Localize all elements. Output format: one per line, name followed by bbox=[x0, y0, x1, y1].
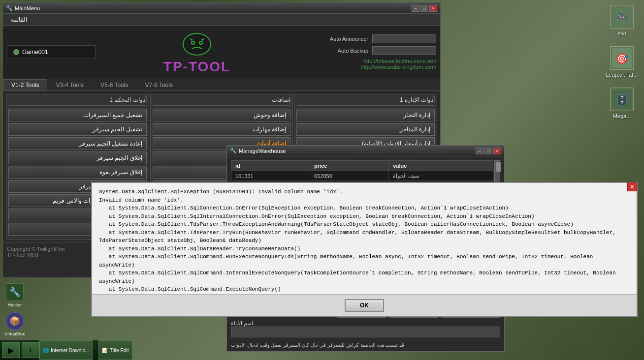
panel-additions-title: إضافات bbox=[153, 96, 291, 106]
error-content: System.Data.SqlClient.SqlException (0x80… bbox=[92, 183, 637, 294]
hacker-icon-item[interactable]: 🔧 Hacker bbox=[4, 283, 26, 307]
menu-item-list[interactable]: القائمة bbox=[7, 15, 31, 24]
game-label: Game001 bbox=[22, 49, 48, 56]
link1[interactable]: http://tofavas.techno-zone.net/ bbox=[298, 58, 436, 64]
title-edit-icon: 📝 bbox=[102, 348, 108, 353]
minimize-button[interactable]: − bbox=[412, 5, 419, 12]
tool-name-input[interactable] bbox=[231, 327, 500, 337]
tool-name-label: اسم الأداة bbox=[231, 320, 253, 326]
internet-label: Internet Downlo... bbox=[51, 348, 89, 353]
manage-maximize-button[interactable]: □ bbox=[484, 148, 492, 154]
close-button[interactable]: × bbox=[429, 5, 437, 12]
mega-icon: 🗄️ bbox=[610, 88, 634, 111]
svg-point-12 bbox=[206, 36, 207, 37]
svg-text:🗄️: 🗄️ bbox=[616, 94, 628, 106]
error-close-button[interactable]: × bbox=[627, 182, 637, 191]
virtualbox-icon-item[interactable]: 📦 VirtualBox bbox=[4, 312, 26, 336]
left-side-icons: 🔧 Hacker 📦 VirtualBox bbox=[0, 279, 30, 340]
error-stack-trace: at System.Data.SqlClient.SqlConnection.O… bbox=[99, 204, 630, 294]
svg-point-11 bbox=[187, 36, 188, 37]
logo-area: TP-TOOL bbox=[96, 30, 298, 75]
tab-v34[interactable]: V3-4 Tools bbox=[47, 79, 92, 90]
tab-v78[interactable]: V7-8 Tools bbox=[136, 79, 181, 90]
taskbar-btn-1click[interactable]: 1 bbox=[22, 342, 39, 358]
copyright-text: Copyright © TwilightPrin bbox=[7, 246, 64, 252]
svg-point-14 bbox=[206, 51, 207, 52]
hacker-label: Hacker bbox=[8, 302, 22, 307]
col-price: price bbox=[310, 161, 389, 171]
table-row[interactable]: 101331 652050 سيف الجواة bbox=[231, 171, 493, 181]
maximize-button[interactable]: □ bbox=[420, 5, 428, 12]
link2[interactable]: http://www.arabs-kingdom.com/ bbox=[298, 64, 436, 70]
btn-start-all-servers[interactable]: تشغيل جميع السيرفرات bbox=[8, 109, 147, 121]
game-selector[interactable]: Game001 bbox=[7, 45, 96, 59]
desktop-icons-area: 🎮 eso 🎯 Leap.of.Fat... 🗄️ Mega... bbox=[605, 5, 639, 119]
desktop-icon-mega[interactable]: 🗄️ Mega... bbox=[605, 88, 639, 119]
backup-row: Auto Backup bbox=[298, 46, 436, 55]
main-window-title: 🔧 MainMenu bbox=[6, 5, 40, 11]
btn-start-game-server[interactable]: تشغيل الجيم سيرفر bbox=[8, 123, 147, 136]
main-window-titlebar: 🔧 MainMenu − □ × bbox=[3, 3, 440, 14]
manage-title-text: 🔧 ManageWarehouse bbox=[230, 148, 286, 154]
manage-titlebar: 🔧 ManageWarehouse − □ × bbox=[227, 146, 504, 156]
right-panel: Auto Announcer Auto Backup http://tofava… bbox=[298, 34, 436, 70]
title-edit-label: Title Edit bbox=[110, 348, 129, 353]
tab-v56[interactable]: V5-6 Tools bbox=[92, 79, 136, 90]
btn-restart-game-server[interactable]: إعادة تشغيل الجيم سيرفر bbox=[8, 137, 147, 150]
auto-backup-label: Auto Backup bbox=[338, 48, 368, 54]
hacker-icon: 🔧 bbox=[6, 283, 24, 301]
cell-id: 101331 bbox=[231, 171, 310, 181]
cell-value: سيف الجواة bbox=[389, 171, 493, 181]
svg-text:🎮: 🎮 bbox=[616, 11, 628, 23]
version-text: TP-Tool V8.0 bbox=[7, 252, 38, 258]
eso-label: eso bbox=[617, 30, 626, 36]
leap-icon: 🎯 bbox=[610, 46, 634, 70]
btn-force-close-server[interactable]: إغلاق سيرفر بقوة bbox=[8, 166, 147, 179]
col-id: id bbox=[231, 161, 310, 171]
taskbar-btn-internet[interactable]: 🌐 Internet Downlo... bbox=[39, 340, 93, 360]
virtualbox-label: VirtualBox bbox=[5, 331, 25, 336]
window-icon: 🔧 bbox=[6, 5, 13, 11]
manage-window-controls: − □ × bbox=[476, 148, 501, 154]
ok-button[interactable]: OK bbox=[345, 299, 384, 312]
eso-icon: 🎮 bbox=[610, 5, 634, 29]
taskbar-btn-title-edit[interactable]: 📝 Title Edit bbox=[98, 340, 132, 360]
auto-announcer-label: Auto Announcer bbox=[330, 36, 368, 42]
click-icon: 1 bbox=[29, 347, 32, 354]
mega-label: Mega... bbox=[613, 113, 631, 119]
data-table: id price value 101331 652050 سيف الجواة bbox=[231, 160, 493, 181]
manage-minimize-button[interactable]: − bbox=[476, 148, 483, 154]
menu-bar: القائمة bbox=[3, 14, 440, 26]
btn-add-monsters[interactable]: إضافة وحوش bbox=[153, 109, 291, 121]
tool-name-row: اسم الأداة bbox=[231, 320, 500, 339]
tab-v12[interactable]: V1-2 Tools bbox=[3, 79, 47, 90]
auto-backup-input[interactable] bbox=[372, 46, 436, 55]
internet-icon: 🌐 bbox=[43, 348, 49, 353]
game-radio[interactable] bbox=[13, 49, 19, 55]
svg-point-9 bbox=[192, 42, 194, 44]
error-message-line1: System.Data.SqlClient.SqlException (0x80… bbox=[99, 188, 630, 196]
header-area: Game001 bbox=[3, 26, 440, 79]
svg-point-10 bbox=[200, 42, 202, 44]
manage-close-button[interactable]: × bbox=[493, 148, 501, 154]
btn-close-game-server[interactable]: إغلاق الجيم سيرفر bbox=[8, 151, 147, 164]
btn-manage-merchants[interactable]: إدارة التجار bbox=[296, 109, 435, 121]
manage-window-icon: 🔧 bbox=[230, 148, 237, 154]
svg-text:🎯: 🎯 bbox=[616, 53, 628, 64]
desktop-icon-eso[interactable]: 🎮 eso bbox=[605, 5, 639, 36]
window-controls: − □ × bbox=[412, 5, 437, 12]
desktop-icon-leap[interactable]: 🎯 Leap.of.Fat... bbox=[605, 46, 639, 78]
cell-price: 652050 bbox=[310, 171, 389, 181]
logo-text: TP-TOOL bbox=[163, 59, 230, 75]
auto-announcer-input[interactable] bbox=[372, 34, 436, 43]
btn-manage-managers[interactable]: إدارة المناجر bbox=[296, 123, 435, 136]
taskbar-btn-player[interactable]: ▶ bbox=[2, 342, 20, 358]
player-icon: ▶ bbox=[8, 346, 14, 355]
logo-icon bbox=[180, 30, 214, 59]
tool-note: قد تسبب هذه الخاصية كراش للسيرفر في حال … bbox=[231, 341, 500, 348]
col-value: value bbox=[389, 161, 493, 171]
announcer-row: Auto Announcer bbox=[298, 34, 436, 43]
btn-add-skills[interactable]: إضافة مهارات bbox=[153, 123, 291, 136]
error-footer: OK bbox=[92, 294, 637, 316]
panel-admin-title: أدوات الإدارة 1 bbox=[296, 96, 435, 106]
